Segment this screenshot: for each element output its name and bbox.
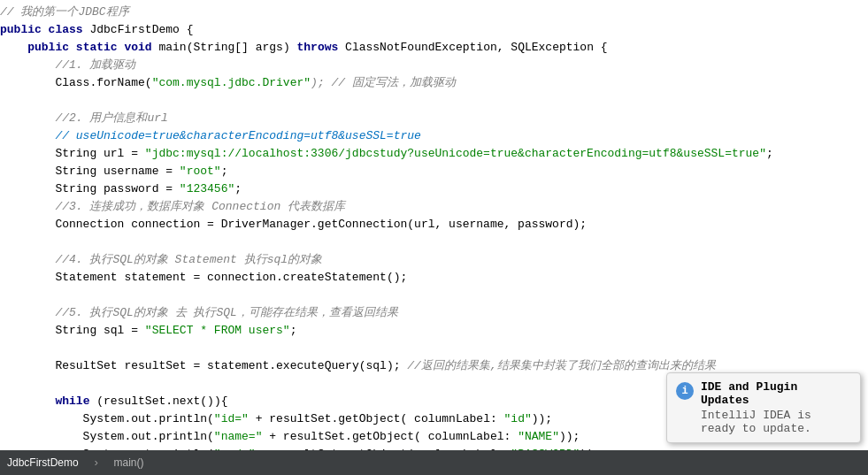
line-content: //3. 连接成功，数据库对象 Connection 代表数据库 <box>0 198 861 216</box>
code-line: public static void main(String[] args) t… <box>0 39 868 57</box>
code-line: //4. 执行SQL的对象 Statement 执行sql的对象 <box>0 251 868 269</box>
line-content: String url = "jdbc:mysql://localhost:330… <box>0 145 861 163</box>
code-line <box>0 340 868 357</box>
notification-title: IDE and Plugin Updates <box>701 380 851 407</box>
line-content: Class.forName("com.mysql.jdbc.Driver"); … <box>0 74 861 92</box>
editor-area: // 我的第一个JDBC程序public class JdbcFirstDemo… <box>0 0 868 475</box>
code-line <box>0 92 868 110</box>
line-content: //2. 用户信息和url <box>0 110 861 127</box>
code-line: //3. 连接成功，数据库对象 Connection 代表数据库 <box>0 198 868 216</box>
code-line: String sql = "SELECT * FROM users"; <box>0 322 868 340</box>
line-content: String password = "123456"; <box>0 180 861 198</box>
line-content: // useUnicode=true&characterEncoding=utf… <box>0 127 861 145</box>
bottom-tab-main[interactable]: main() <box>114 456 144 469</box>
line-content <box>0 92 861 110</box>
line-content: //4. 执行SQL的对象 Statement 执行sql的对象 <box>0 251 861 269</box>
line-content <box>0 234 861 251</box>
code-line: String url = "jdbc:mysql://localhost:330… <box>0 145 868 163</box>
notification-popup[interactable]: i IDE and Plugin Updates IntelliJ IDEA i… <box>666 372 861 443</box>
code-line: // 我的第一个JDBC程序 <box>0 4 868 21</box>
line-content: Statement statement = connection.createS… <box>0 269 861 287</box>
bottom-bar: JdbcFirstDemo › main() <box>0 450 868 475</box>
code-line <box>0 234 868 251</box>
line-content: //5. 执行SQL的对象 去 执行SQL，可能存在结果，查看返回结果 <box>0 304 861 322</box>
code-line: String password = "123456"; <box>0 180 868 198</box>
line-content <box>0 340 861 357</box>
line-content: String sql = "SELECT * FROM users"; <box>0 322 861 340</box>
code-line: String username = "root"; <box>0 163 868 180</box>
code-line: //1. 加载驱动 <box>0 57 868 74</box>
line-content: // 我的第一个JDBC程序 <box>0 4 861 21</box>
code-line: Connection connection = DriverManager.ge… <box>0 216 868 234</box>
line-content: //1. 加载驱动 <box>0 57 861 74</box>
notification-body: IntelliJ IDEA is ready to update. <box>701 409 851 435</box>
bottom-tab-jdbcfirstdemo[interactable]: JdbcFirstDemo <box>7 456 79 469</box>
code-line: Statement statement = connection.createS… <box>0 269 868 287</box>
code-line: public class JdbcFirstDemo { <box>0 21 868 39</box>
code-line: Class.forName("com.mysql.jdbc.Driver"); … <box>0 74 868 92</box>
line-content <box>0 287 861 304</box>
code-line: // useUnicode=true&characterEncoding=utf… <box>0 127 868 145</box>
line-content: Connection connection = DriverManager.ge… <box>0 216 861 234</box>
code-line: //2. 用户信息和url <box>0 110 868 127</box>
line-content: String username = "root"; <box>0 163 861 180</box>
code-line <box>0 287 868 304</box>
line-content: public class JdbcFirstDemo { <box>0 21 861 39</box>
notification-icon: i <box>676 382 694 400</box>
notification-content: IDE and Plugin Updates IntelliJ IDEA is … <box>701 380 851 435</box>
line-content: public static void main(String[] args) t… <box>0 39 861 57</box>
code-line: //5. 执行SQL的对象 去 执行SQL，可能存在结果，查看返回结果 <box>0 304 868 322</box>
